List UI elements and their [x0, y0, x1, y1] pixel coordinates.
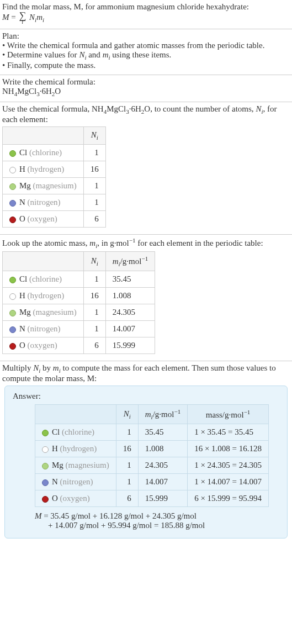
table-row: H (hydrogen)161.008: [3, 288, 155, 304]
count-intro: Use the chemical formula, NH4MgCl3·6H2O,…: [2, 104, 290, 124]
element-dot-icon: [9, 310, 16, 316]
answer-intro: Multiply Ni by mi to compute the mass fo…: [2, 363, 290, 383]
element-dot-icon: [9, 167, 16, 173]
table-header-row: Ni mi/g·mol−1: [3, 252, 155, 271]
table-row: O (oxygen)615.9996 × 15.999 = 95.994: [35, 490, 269, 507]
intro-section: Find the molar mass, M, for ammonium mag…: [0, 0, 292, 29]
element-dot-icon: [42, 446, 49, 453]
table-header-row: Ni mi/g·mol−1 mass/g·mol−1: [35, 405, 269, 424]
table-row: O (oxygen)615.999: [3, 337, 155, 354]
count-section: Use the chemical formula, NH4MgCl3·6H2O,…: [0, 102, 292, 235]
table-row: O (oxygen)6: [3, 211, 106, 228]
table-row: N (nitrogen)114.007: [3, 321, 155, 337]
answer-section: Multiply Ni by mi to compute the mass fo…: [0, 361, 292, 545]
plan-bullet-3: • Finally, compute the mass.: [2, 61, 290, 70]
element-dot-icon: [9, 326, 16, 333]
plan-title: Plan:: [2, 31, 290, 41]
header-empty: [3, 127, 84, 145]
plan-bullet-1: • Write the chemical formula and gather …: [2, 41, 290, 50]
header-ni: Ni: [116, 405, 138, 424]
element-dot-icon: [9, 200, 16, 207]
element-dot-icon: [42, 496, 49, 503]
element-dot-icon: [9, 293, 16, 300]
header-mass: mass/g·mol−1: [188, 405, 269, 424]
element-dot-icon: [42, 479, 49, 486]
element-dot-icon: [9, 217, 16, 223]
table-row: Cl (chlorine)135.45: [3, 271, 155, 288]
element-dot-icon: [9, 277, 16, 283]
table-row: H (hydrogen)16: [3, 161, 106, 178]
answer-title: Answer:: [13, 392, 279, 401]
formula-lhs: M: [2, 13, 9, 22]
table-header-row: Ni: [3, 127, 106, 145]
table-row: Mg (magnesium)124.3051 × 24.305 = 24.305: [35, 457, 269, 474]
final-line-1: M = 35.45 g/mol + 16.128 g/mol + 24.305 …: [35, 511, 279, 521]
mass-intro: Look up the atomic mass, mi, in g·mol−1 …: [2, 237, 290, 249]
chem-formula: NH4MgCl3·6H2O: [2, 87, 290, 97]
table-row: Cl (chlorine)1: [3, 145, 106, 161]
header-ni: Ni: [83, 127, 105, 145]
element-dot-icon: [9, 150, 16, 157]
chem-title: Write the chemical formula:: [2, 77, 290, 87]
table-row: Mg (magnesium)124.305: [3, 304, 155, 321]
table-row: H (hydrogen)161.00816 × 1.008 = 16.128: [35, 441, 269, 457]
plan-bullet-2: • Determine values for Ni and mi using t…: [2, 50, 290, 61]
header-mi: mi/g·mol−1: [138, 405, 187, 424]
answer-box: Answer: Ni mi/g·mol−1 mass/g·mol−1 Cl (c…: [4, 386, 288, 539]
table-row: Mg (magnesium)1: [3, 178, 106, 194]
count-table: Ni Cl (chlorine)1 H (hydrogen)16 Mg (mag…: [2, 126, 106, 228]
header-empty: [3, 252, 84, 271]
table-row: N (nitrogen)1: [3, 194, 106, 211]
header-ni: Ni: [83, 252, 105, 271]
answer-table: Ni mi/g·mol−1 mass/g·mol−1 Cl (chlorine)…: [35, 404, 269, 507]
plan-section: Plan: • Write the chemical formula and g…: [0, 29, 292, 75]
header-empty: [35, 405, 116, 424]
final-line-2: + 14.007 g/mol + 95.994 g/mol = 185.88 g…: [35, 521, 279, 530]
sigma-icon: ∑ i: [19, 12, 26, 24]
element-dot-icon: [42, 463, 49, 469]
element-dot-icon: [9, 183, 16, 190]
table-row: Cl (chlorine)135.451 × 35.45 = 35.45: [35, 424, 269, 441]
table-row: N (nitrogen)114.0071 × 14.007 = 14.007: [35, 474, 269, 490]
mass-table: Ni mi/g·mol−1 Cl (chlorine)135.45 H (hyd…: [2, 251, 155, 354]
header-mi: mi/g·mol−1: [105, 252, 155, 271]
element-dot-icon: [42, 430, 49, 436]
formula-rhs: Nimi: [29, 13, 44, 22]
element-dot-icon: [9, 343, 16, 350]
mass-section: Look up the atomic mass, mi, in g·mol−1 …: [0, 235, 292, 361]
intro-formula: M = ∑ i Nimi: [2, 12, 290, 24]
intro-line: Find the molar mass, M, for ammonium mag…: [2, 2, 290, 12]
chemical-formula-section: Write the chemical formula: NH4MgCl3·6H2…: [0, 75, 292, 102]
